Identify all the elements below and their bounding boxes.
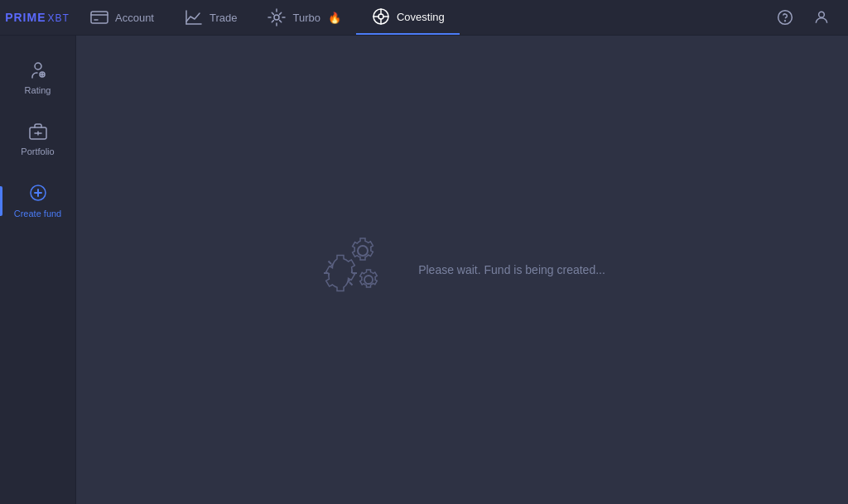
nav-item-account-label: Account xyxy=(115,12,154,24)
loading-state: Please wait. Fund is being created... xyxy=(319,237,605,303)
rating-icon xyxy=(28,60,48,80)
shield-icon xyxy=(371,7,391,26)
nav-item-covesting[interactable]: Covesting xyxy=(356,0,460,35)
loading-text: Please wait. Fund is being created... xyxy=(418,263,605,276)
nav-items: Account Trade Turbo 🔥 xyxy=(75,0,768,35)
sidebar-portfolio-label: Portfolio xyxy=(21,146,54,156)
sidebar-item-create-fund[interactable]: Create fund xyxy=(0,170,75,233)
help-button[interactable] xyxy=(768,1,802,34)
svg-point-12 xyxy=(778,11,793,25)
nav-right xyxy=(768,1,848,34)
svg-point-5 xyxy=(274,15,279,20)
svg-point-7 xyxy=(378,14,383,19)
main-content: Please wait. Fund is being created... xyxy=(76,36,848,504)
portfolio-icon xyxy=(28,122,48,142)
logo-text: PRIMEXBT xyxy=(5,11,70,24)
nav-item-turbo-label: Turbo xyxy=(292,12,320,24)
body-container: Rating Portfolio Create fund xyxy=(0,36,848,504)
svg-point-14 xyxy=(819,12,825,17)
svg-point-13 xyxy=(785,21,786,22)
gear-small-bottom-icon xyxy=(357,268,380,291)
svg-point-15 xyxy=(35,63,41,70)
nav-item-account[interactable]: Account xyxy=(75,0,169,35)
fire-icon: 🔥 xyxy=(328,12,341,24)
nav-item-trade-label: Trade xyxy=(210,12,237,24)
gear-small-top-icon xyxy=(349,237,377,265)
gears-animation xyxy=(319,237,393,303)
chart-icon xyxy=(184,7,204,27)
turbo-icon xyxy=(267,7,287,27)
nav-item-trade[interactable]: Trade xyxy=(169,0,252,35)
sidebar: Rating Portfolio Create fund xyxy=(0,36,76,504)
sidebar-item-portfolio[interactable]: Portfolio xyxy=(0,108,75,170)
nav-item-turbo[interactable]: Turbo 🔥 xyxy=(252,0,355,35)
sidebar-create-fund-label: Create fund xyxy=(14,208,61,219)
create-fund-icon xyxy=(28,183,48,203)
card-icon xyxy=(89,7,109,27)
user-button[interactable] xyxy=(805,1,838,34)
sidebar-rating-label: Rating xyxy=(25,85,51,95)
logo[interactable]: PRIMEXBT xyxy=(0,0,75,35)
nav-item-covesting-label: Covesting xyxy=(397,11,445,23)
sidebar-item-rating[interactable]: Rating xyxy=(0,47,75,108)
svg-rect-0 xyxy=(91,12,108,23)
top-nav: PRIMEXBT Account Trade xyxy=(0,0,848,36)
